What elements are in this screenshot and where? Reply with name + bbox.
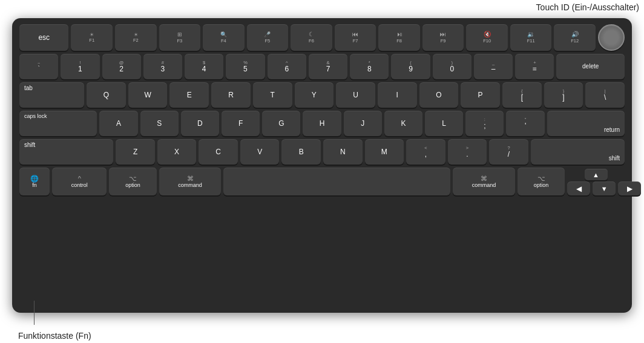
key-shift-right[interactable]: shift	[531, 139, 625, 165]
key-shift-left[interactable]: shift	[19, 139, 113, 165]
key-slash[interactable]: ? /	[489, 139, 528, 165]
key-f8[interactable]: ⏯ F8	[378, 24, 420, 51]
key-3[interactable]: # 3	[143, 54, 182, 79]
key-bracket-r[interactable]: } ]	[544, 82, 583, 108]
key-arrow-left[interactable]: ◀	[567, 181, 590, 195]
key-p[interactable]: P	[461, 82, 500, 108]
key-i[interactable]: I	[378, 82, 417, 108]
key-h[interactable]: H	[303, 111, 341, 136]
key-return[interactable]: return	[547, 111, 625, 136]
key-f10[interactable]: 🔇 F10	[466, 24, 508, 51]
key-w[interactable]: W	[128, 82, 168, 108]
row-zxcv: shift Z X C V B N M < , > . ? / shift	[19, 139, 625, 165]
key-period[interactable]: > .	[448, 139, 487, 165]
key-comma[interactable]: < ,	[406, 139, 445, 165]
key-f5[interactable]: 🎤 F5	[247, 24, 289, 51]
key-control[interactable]: ^ control	[52, 168, 107, 195]
key-2[interactable]: @ 2	[102, 54, 141, 79]
key-0[interactable]: ) 0	[433, 54, 472, 79]
arrow-cluster: ▲ ◀ ▼ ▶	[567, 169, 625, 195]
key-arrow-right[interactable]: ▶	[618, 181, 641, 195]
key-f9[interactable]: ⏭ F9	[422, 24, 464, 51]
key-command-left[interactable]: ⌘ command	[159, 168, 222, 195]
key-d[interactable]: D	[181, 111, 219, 136]
spacer-arrow	[567, 169, 582, 180]
key-v[interactable]: V	[240, 139, 280, 165]
key-backtick[interactable]: ~ `	[19, 54, 58, 79]
key-t[interactable]: T	[253, 82, 292, 108]
key-minus[interactable]: _ –	[474, 54, 513, 79]
key-8[interactable]: * 8	[350, 54, 389, 79]
key-4[interactable]: $ 4	[185, 54, 223, 79]
touchid-label: Touch ID (Ein-/Ausschalter)	[536, 2, 639, 12]
row-function: esc ☀ F1 ☀ F2 ⊞ F3 🔍 F4 🎤 F5	[19, 24, 625, 51]
key-f12[interactable]: 🔊 F12	[554, 24, 596, 51]
key-f11[interactable]: 🔉 F11	[510, 24, 552, 51]
key-6[interactable]: ^ 6	[268, 54, 306, 79]
key-fn[interactable]: 🌐 fn	[19, 168, 50, 195]
key-f4[interactable]: 🔍 F4	[203, 24, 245, 51]
row-modifiers: 🌐 fn ^ control ⌥ option ⌘ command ⌘ comm…	[19, 168, 625, 195]
key-option-left[interactable]: ⌥ option	[109, 168, 156, 195]
key-s[interactable]: S	[140, 111, 179, 136]
key-option-right[interactable]: ⌥ option	[518, 168, 565, 195]
key-j[interactable]: J	[344, 111, 382, 136]
key-equals[interactable]: + =	[515, 54, 554, 79]
fn-line	[34, 301, 34, 325]
key-z[interactable]: Z	[116, 139, 155, 165]
scene: Touch ID (Ein-/Ausschalter) esc ☀ F1 ☀ F…	[0, 0, 644, 343]
key-delete[interactable]: delete	[556, 54, 624, 79]
key-u[interactable]: U	[336, 82, 375, 108]
key-f1[interactable]: ☀ F1	[71, 24, 113, 51]
key-r[interactable]: R	[211, 82, 251, 108]
key-backslash[interactable]: | \	[585, 82, 625, 108]
key-m[interactable]: M	[365, 139, 404, 165]
key-esc[interactable]: esc	[19, 24, 68, 51]
key-e[interactable]: E	[169, 82, 209, 108]
key-b[interactable]: B	[281, 139, 321, 165]
spacer-arrow2	[610, 169, 625, 180]
key-x[interactable]: X	[157, 139, 197, 165]
key-l[interactable]: L	[425, 111, 463, 136]
key-n[interactable]: N	[323, 139, 363, 165]
key-f[interactable]: F	[222, 111, 260, 136]
key-command-right[interactable]: ⌘ command	[453, 168, 515, 195]
key-arrow-up[interactable]: ▲	[585, 169, 608, 180]
key-o[interactable]: O	[419, 82, 459, 108]
key-space[interactable]	[223, 168, 450, 195]
key-k[interactable]: K	[384, 111, 422, 136]
key-a[interactable]: A	[99, 111, 137, 136]
row-qwerty: tab Q W E R T Y U I O P { [ } ] | \	[19, 82, 625, 108]
key-capslock[interactable]: caps lock	[19, 111, 97, 136]
key-f2[interactable]: ☀ F2	[115, 24, 157, 51]
key-arrow-down[interactable]: ▼	[593, 181, 616, 195]
key-9[interactable]: ( 9	[391, 54, 430, 79]
key-f7[interactable]: ⏮ F7	[335, 24, 376, 51]
key-c[interactable]: C	[199, 139, 238, 165]
key-semicolon[interactable]: : ;	[465, 111, 504, 136]
key-1[interactable]: ! 1	[61, 54, 99, 79]
row-numbers: ~ ` ! 1 @ 2 # 3 $ 4 % 5	[19, 54, 625, 79]
key-touchid[interactable]	[598, 24, 625, 51]
key-y[interactable]: Y	[295, 82, 334, 108]
key-f3[interactable]: ⊞ F3	[159, 24, 201, 51]
keyboard: esc ☀ F1 ☀ F2 ⊞ F3 🔍 F4 🎤 F5	[12, 18, 632, 313]
key-quote[interactable]: " '	[506, 111, 544, 136]
row-asdf: caps lock A S D F G H J K L : ; " ' retu…	[19, 111, 625, 136]
key-f6[interactable]: ☾ F6	[291, 24, 332, 51]
fn-label: Funktionstaste (Fn)	[18, 331, 91, 341]
key-g[interactable]: G	[262, 111, 300, 136]
key-q[interactable]: Q	[87, 82, 126, 108]
key-5[interactable]: % 5	[226, 54, 264, 79]
key-7[interactable]: & 7	[309, 54, 347, 79]
key-tab[interactable]: tab	[19, 82, 84, 108]
key-bracket-l[interactable]: { [	[502, 82, 542, 108]
